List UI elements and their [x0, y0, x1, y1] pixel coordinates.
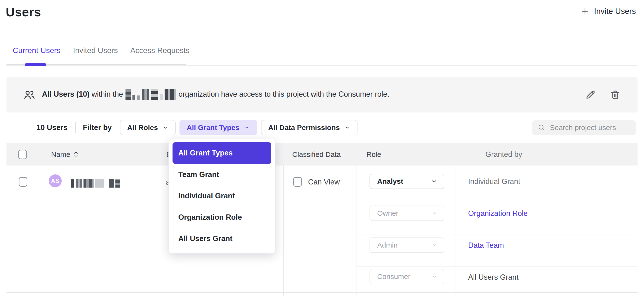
- grant-row-divider: [357, 266, 638, 267]
- banner-actions: [585, 89, 621, 100]
- banner-text: All Users (10) within theorganization ha…: [42, 89, 390, 100]
- page-title: Users: [6, 5, 41, 19]
- column-header-classified-data: Classified Data: [284, 150, 356, 158]
- tab-current-users[interactable]: Current Users: [13, 46, 60, 55]
- select-all-checkbox[interactable]: [18, 150, 27, 159]
- grant-types-dropdown-menu: All Grant Types Team Grant Individual Gr…: [168, 139, 276, 254]
- redacted-user-name: [71, 179, 120, 188]
- column-divider: [356, 166, 357, 296]
- chevron-down-icon: [244, 124, 250, 131]
- filter-by-label: Filter by: [83, 123, 112, 132]
- invite-users-button[interactable]: Invite Users: [581, 7, 636, 16]
- edit-button[interactable]: [585, 89, 596, 100]
- filter-toolbar: 10 Users Filter by All Roles All Grant T…: [0, 120, 644, 135]
- dropdown-option-individual-grant[interactable]: Individual Grant: [172, 185, 271, 206]
- dropdown-option-all-users-grant[interactable]: All Users Grant: [172, 228, 271, 249]
- search-box: [532, 120, 636, 135]
- invite-users-label: Invite Users: [594, 7, 636, 16]
- all-data-permissions-filter[interactable]: All Data Permissions: [261, 120, 358, 135]
- pencil-icon: [585, 89, 596, 100]
- plus-icon: [581, 7, 589, 16]
- chevron-down-icon: [432, 242, 438, 248]
- row-checkbox[interactable]: [19, 177, 27, 186]
- users-page: Users Invite Users Current Users Invited…: [0, 0, 644, 296]
- search-input[interactable]: [550, 124, 630, 132]
- tab-invited-users[interactable]: Invited Users: [73, 46, 118, 55]
- role-select-consumer: Consumer: [370, 269, 444, 284]
- column-header-name[interactable]: Name: [33, 150, 153, 158]
- can-view-label: Can View: [308, 178, 340, 186]
- dropdown-option-all-grant-types[interactable]: All Grant Types: [172, 142, 271, 164]
- column-header-granted-by: Granted by: [474, 150, 522, 159]
- redacted-org-name: [126, 89, 176, 100]
- can-view-checkbox[interactable]: [293, 177, 302, 186]
- column-divider: [153, 166, 153, 296]
- chevron-down-icon: [432, 210, 438, 216]
- grant-row-divider: [357, 203, 638, 203]
- sort-icon: [74, 151, 78, 157]
- avatar: AS: [49, 174, 62, 187]
- trash-icon: [610, 89, 621, 100]
- dropdown-option-team-grant[interactable]: Team Grant: [172, 164, 271, 185]
- all-users-banner: All Users (10) within theorganization ha…: [6, 77, 638, 112]
- users-group-icon: [23, 90, 36, 100]
- tab-bar: Current Users Invited Users Access Reque…: [13, 46, 190, 55]
- role-select-analyst[interactable]: Analyst: [370, 174, 444, 189]
- chevron-down-icon: [432, 274, 438, 280]
- chevron-down-icon: [431, 178, 438, 185]
- users-count: 10 Users: [36, 123, 68, 132]
- search-icon: [538, 124, 546, 132]
- granted-by-value: Individual Grant: [468, 177, 520, 186]
- granted-by-data-team-link[interactable]: Data Team: [468, 241, 504, 250]
- role-select-admin: Admin: [370, 238, 444, 253]
- row-divider: [6, 292, 638, 293]
- active-tab-indicator: [25, 63, 46, 66]
- delete-button[interactable]: [610, 89, 621, 100]
- column-divider: [283, 166, 284, 296]
- all-roles-filter[interactable]: All Roles: [120, 120, 176, 135]
- divider: [75, 122, 76, 133]
- dropdown-option-organization-role[interactable]: Organization Role: [172, 206, 271, 228]
- column-header-role: Role: [356, 150, 454, 158]
- column-divider: [455, 166, 456, 296]
- tab-access-requests[interactable]: Access Requests: [130, 46, 190, 55]
- chevron-down-icon: [162, 124, 168, 131]
- granted-by-organization-role-link[interactable]: Organization Role: [468, 209, 528, 218]
- granted-by-value: All Users Grant: [468, 273, 518, 282]
- chevron-down-icon: [344, 124, 350, 131]
- banner-bold-text: All Users (10): [42, 90, 90, 98]
- all-grant-types-filter[interactable]: All Grant Types: [180, 120, 257, 135]
- grant-row-divider: [357, 234, 638, 235]
- table-header: Name E Classified Data Role Granted by: [6, 143, 638, 166]
- role-select-owner: Owner: [370, 206, 444, 221]
